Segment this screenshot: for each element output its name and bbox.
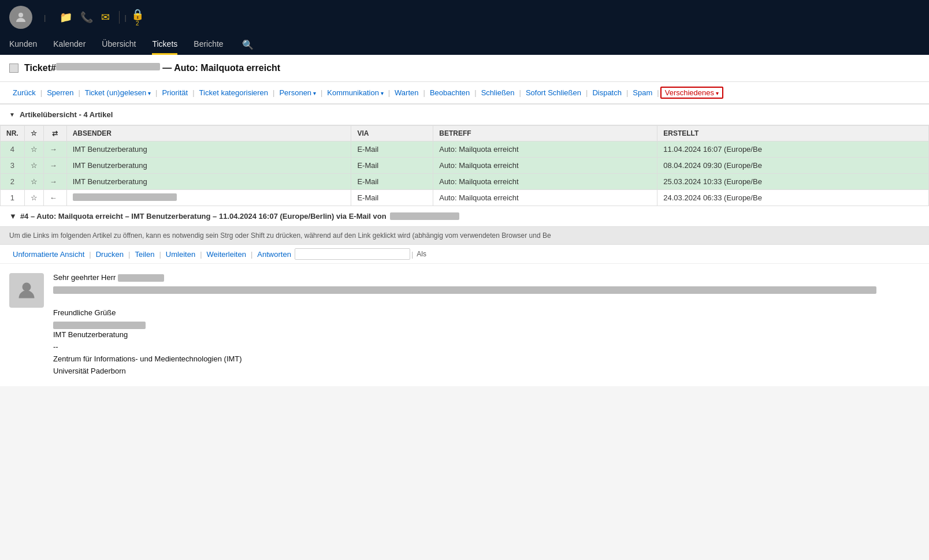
article-body: Sehr geehrter Herr Freundliche Grüße IMT…	[0, 264, 929, 386]
ticket-title-suffix: — Auto: Mailquota erreicht	[160, 63, 280, 73]
articles-table: NR. ☆ ⇄ ABSENDER VIA BETREFF ERSTELLT 4 …	[0, 125, 929, 206]
ticket-checkbox[interactable]	[9, 64, 18, 73]
menu-item-tickets[interactable]: Tickets	[152, 35, 177, 55]
toolbar-beobachten[interactable]: Beobachten	[426, 87, 473, 98]
notice-text: Um die Links im folgenden Artikel zu öff…	[9, 232, 551, 240]
row-arrow: ←	[43, 190, 66, 206]
article-sig-block: IMT Benutzerberatung -- Zentrum für Info…	[53, 329, 920, 377]
nav-icons-group: 📁 📞 ✉	[50, 11, 120, 24]
menu-item-kunden[interactable]: Kunden	[9, 35, 37, 55]
toolbar-warten[interactable]: Warten	[391, 87, 422, 98]
row-star: ☆	[24, 174, 43, 190]
row-via: E-Mail	[351, 141, 433, 158]
action-weiterleiten[interactable]: Weiterleiten	[203, 249, 250, 260]
toolbar-ticket-ungelesen[interactable]: Ticket (un)gelesen	[81, 87, 154, 98]
page-content: Ticket# — Auto: Mailquota erreicht Zurüc…	[0, 55, 929, 386]
article-actions: Unformatierte Ansicht | Drucken | Teilen…	[0, 245, 929, 264]
ticket-number-blurred	[56, 63, 160, 70]
toolbar-ticket-kategorisieren[interactable]: Ticket kategorisieren	[196, 87, 272, 98]
article-greeting: Sehr geehrter Herr	[53, 273, 920, 282]
row-star: ☆	[24, 190, 43, 206]
row-erstellt: 11.04.2024 16:07 (Europe/Be	[657, 141, 929, 158]
toolbar-kommunikation[interactable]: Kommunikation	[324, 87, 387, 98]
row-betreff: Auto: Mailquota erreicht	[433, 141, 657, 158]
row-nr: 1	[1, 190, 25, 206]
als-label: Als	[414, 250, 429, 258]
reply-input[interactable]	[295, 248, 410, 260]
notice-bar: Um die Links im folgenden Artikel zu öff…	[0, 227, 929, 245]
toolbar-dispatch[interactable]: Dispatch	[589, 87, 625, 98]
article-detail-section: ▼ #4 – Auto: Mailquota erreicht – IMT Be…	[0, 206, 929, 386]
col-header-via: VIA	[351, 126, 433, 141]
table-row[interactable]: 4 ☆ → IMT Benutzerberatung E-Mail Auto: …	[1, 141, 929, 158]
collapse-triangle-icon2: ▼	[9, 212, 17, 221]
row-via: E-Mail	[351, 190, 433, 206]
toolbar-sofort-schliessen[interactable]: Sofort Schließen	[522, 87, 585, 98]
row-absender	[66, 190, 351, 206]
article-overview-section: ▼ Artikelübersicht - 4 Artikel NR. ☆ ⇄ A…	[0, 104, 929, 206]
row-via: E-Mail	[351, 174, 433, 190]
separator2: |	[124, 13, 126, 22]
article-sig-blurred-name	[53, 320, 920, 329]
menu-item-uebersicht[interactable]: Übersicht	[102, 35, 136, 55]
toolbar-personen[interactable]: Personen	[276, 87, 319, 98]
article-detail-header[interactable]: ▼ #4 – Auto: Mailquota erreicht – IMT Be…	[0, 206, 929, 227]
separator: |	[44, 13, 46, 22]
row-via: E-Mail	[351, 158, 433, 174]
row-erstellt: 08.04.2024 09:30 (Europe/Be	[657, 158, 929, 174]
col-header-nr: NR.	[1, 126, 25, 141]
svg-point-1	[23, 283, 31, 292]
action-antworten[interactable]: Antworten	[254, 249, 295, 260]
main-menu: Kunden Kalender Übersicht Tickets Berich…	[9, 32, 920, 55]
article-body-blurred	[53, 286, 876, 294]
toolbar-spam[interactable]: Spam	[629, 87, 656, 98]
toolbar-prioritaet[interactable]: Priorität	[158, 87, 191, 98]
article-text: Sehr geehrter Herr Freundliche Grüße IMT…	[53, 273, 920, 377]
ticket-title: Ticket# — Auto: Mailquota erreicht	[24, 63, 280, 73]
table-row[interactable]: 2 ☆ → IMT Benutzerberatung E-Mail Auto: …	[1, 174, 929, 190]
row-absender: IMT Benutzerberatung	[66, 141, 351, 158]
lock-icon-group[interactable]: 🔒 2	[131, 8, 144, 27]
toolbar-sperren[interactable]: Sperren	[43, 87, 77, 98]
table-row[interactable]: 1 ☆ ← E-Mail Auto: Mailquota erreicht 24…	[1, 190, 929, 206]
menu-item-kalender[interactable]: Kalender	[53, 35, 86, 55]
article-overview-header[interactable]: ▼ Artikelübersicht - 4 Artikel	[0, 104, 929, 125]
menu-item-berichte[interactable]: Berichte	[194, 35, 223, 55]
search-icon[interactable]: 🔍	[242, 39, 254, 50]
toolbar-zurueck[interactable]: Zurück	[9, 87, 39, 98]
row-erstellt: 24.03.2024 06:33 (Europe/Be	[657, 190, 929, 206]
action-unformatierte-ansicht[interactable]: Unformatierte Ansicht	[9, 249, 88, 260]
folder-icon[interactable]: 📁	[60, 11, 72, 24]
action-drucken[interactable]: Drucken	[92, 249, 127, 260]
table-row[interactable]: 3 ☆ → IMT Benutzerberatung E-Mail Auto: …	[1, 158, 929, 174]
row-nr: 3	[1, 158, 25, 174]
toolbar-schliessen[interactable]: Schließen	[478, 87, 518, 98]
action-teilen[interactable]: Teilen	[131, 249, 158, 260]
email-icon[interactable]: ✉	[101, 11, 110, 24]
lock-icon: 🔒	[131, 8, 144, 21]
top-nav-icons-bar: | 📁 📞 ✉ | 🔒 2	[9, 0, 920, 32]
row-arrow: →	[43, 141, 66, 158]
avatar[interactable]	[9, 6, 32, 29]
ticket-header: Ticket# — Auto: Mailquota erreicht	[0, 55, 929, 82]
svg-point-0	[18, 13, 23, 17]
toolbar: Zurück | Sperren | Ticket (un)gelesen | …	[0, 82, 929, 104]
article-closing: Freundliche Grüße	[53, 300, 920, 317]
row-betreff: Auto: Mailquota erreicht	[433, 158, 657, 174]
col-header-betreff: BETREFF	[433, 126, 657, 141]
row-nr: 4	[1, 141, 25, 158]
sig-dept1: Zentrum für Informations- und Medientech…	[53, 353, 920, 365]
row-absender: IMT Benutzerberatung	[66, 158, 351, 174]
row-absender-blurred	[73, 193, 177, 201]
action-umleiten[interactable]: Umleiten	[162, 249, 199, 260]
phone-icon[interactable]: 📞	[80, 11, 93, 24]
row-absender: IMT Benutzerberatung	[66, 174, 351, 190]
col-header-arrow: ⇄	[43, 126, 66, 141]
greeting-name-blurred	[118, 274, 164, 282]
toolbar-verschiedenes[interactable]: Verschiedenes	[660, 87, 723, 99]
col-header-erstellt: ERSTELLT	[657, 126, 929, 141]
ticket-title-prefix: Ticket#	[24, 63, 56, 73]
collapse-triangle-icon: ▼	[9, 111, 15, 118]
row-arrow: →	[43, 158, 66, 174]
row-star: ☆	[24, 141, 43, 158]
